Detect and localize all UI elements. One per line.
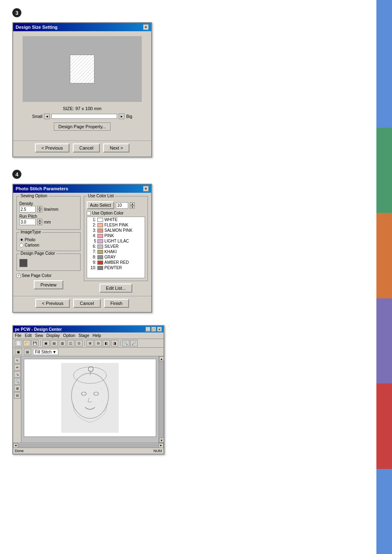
slider-left-arrow[interactable]: ◄ — [44, 113, 50, 119]
color-list-item[interactable]: 2: FLESH PINK — [87, 222, 145, 228]
photo-stitch-cancel-button[interactable]: Cancel — [73, 299, 100, 308]
sw-scroll-down-button[interactable]: ▼ — [159, 438, 164, 443]
left-tool-btn1[interactable]: ↖ — [14, 357, 21, 364]
color-list-item[interactable]: 6: SILVER — [87, 244, 145, 249]
right-tab-3[interactable] — [376, 85, 392, 128]
left-tool-btn3[interactable]: ↘ — [14, 371, 21, 378]
use-option-color-checkbox[interactable] — [87, 211, 91, 215]
fill-stitch-dropdown[interactable]: Fill Stitch ▼ — [33, 349, 58, 355]
toolbar-btn9[interactable]: ◨ — [111, 340, 118, 346]
right-tab-5[interactable] — [376, 171, 392, 213]
density-spinbox[interactable]: 2.5 — [19, 206, 36, 212]
sw-minimize-button[interactable]: _ — [145, 327, 150, 332]
right-tab-12[interactable] — [376, 469, 392, 512]
left-tool-btn4[interactable]: 🔍 — [14, 378, 21, 385]
menu-help[interactable]: Help — [92, 333, 101, 338]
toolbar-open-button[interactable]: 📂 — [23, 340, 30, 346]
right-tab-13[interactable] — [376, 511, 392, 554]
secondary-toolbar-btn1[interactable]: ▣ — [15, 349, 22, 355]
cartoon-radio-dot[interactable] — [19, 243, 23, 247]
design-size-next-button[interactable]: Next > — [103, 143, 129, 152]
menu-display[interactable]: Display — [46, 333, 60, 338]
menu-edit[interactable]: Edit — [25, 333, 32, 338]
toolbar-btn11[interactable]: 🔎 — [130, 340, 138, 346]
page-color-swatch[interactable] — [19, 259, 28, 267]
photo-stitch-finish-button[interactable]: Finish — [104, 299, 129, 308]
toolbar-btn5[interactable]: ⊡ — [75, 340, 83, 346]
slider-track[interactable] — [51, 114, 117, 119]
sw-scroll-up-button[interactable]: ▲ — [159, 356, 164, 361]
right-tab-10[interactable] — [376, 383, 392, 426]
toolbar-new-button[interactable]: 📄 — [15, 340, 22, 346]
sw-scroll-track-bottom[interactable] — [18, 443, 159, 448]
run-pitch-spinbox[interactable]: 3.0 — [19, 219, 36, 225]
sw-scroll-left-button[interactable]: ◄ — [13, 443, 18, 448]
sw-right-scrollbar[interactable]: ▲ ▼ — [159, 356, 164, 443]
right-tab-1[interactable] — [376, 0, 392, 43]
toolbar-btn7[interactable]: ⊟ — [95, 340, 102, 346]
secondary-toolbar-btn2[interactable]: ▤ — [24, 349, 31, 355]
run-pitch-down-arrow[interactable]: ▼ — [37, 222, 42, 225]
right-tab-4[interactable] — [376, 128, 392, 171]
color-list-item[interactable]: 3: SALMON PINK — [87, 228, 145, 233]
left-tool-btn2[interactable]: ✏ — [14, 364, 21, 371]
design-size-previous-button[interactable]: < Previous — [35, 143, 69, 152]
right-tab-7[interactable] — [376, 256, 392, 298]
use-option-color-row[interactable]: Use Option Color — [87, 211, 145, 215]
right-tab-2[interactable] — [376, 43, 392, 85]
auto-select-spinbox[interactable]: 10 — [116, 202, 128, 209]
sw-scroll-right-button[interactable]: ► — [159, 443, 164, 448]
slider-row: Small ◄ ► Big — [18, 113, 146, 119]
color-list-item[interactable]: 7: KHAKI — [87, 249, 145, 254]
color-list-item[interactable]: 10: PEWTER — [87, 265, 145, 270]
auto-select-up-arrow[interactable]: ▲ — [130, 202, 135, 205]
preview-button[interactable]: Preview — [34, 280, 63, 289]
menu-stage[interactable]: Stage — [78, 333, 89, 338]
sw-close-button[interactable]: × — [157, 327, 162, 332]
density-down-arrow[interactable]: ▼ — [37, 209, 42, 212]
auto-select-button[interactable]: Auto Select — [87, 201, 114, 209]
toolbar-save-button[interactable]: 💾 — [31, 340, 39, 346]
design-size-cancel-button[interactable]: Cancel — [73, 143, 100, 152]
toolbar-btn10[interactable]: 🔍 — [122, 340, 129, 346]
right-tab-11[interactable] — [376, 426, 392, 469]
sw-restore-button[interactable]: □ — [151, 327, 156, 332]
toolbar-btn6[interactable]: ⊞ — [86, 340, 94, 346]
photo-stitch-close-button[interactable]: × — [143, 186, 149, 192]
cartoon-radio[interactable]: Cartoon — [19, 243, 78, 247]
photo-stitch-previous-button[interactable]: < Previous — [35, 299, 70, 308]
toolbar-btn2[interactable]: ▤ — [51, 340, 58, 346]
toolbar-btn3[interactable]: ▥ — [59, 340, 66, 346]
photo-radio[interactable]: Photo — [19, 238, 78, 242]
right-tab-9[interactable] — [376, 341, 392, 384]
left-tool-btn5[interactable]: ⊞ — [14, 385, 21, 392]
toolbar-btn1[interactable]: ▣ — [42, 340, 50, 346]
sw-bottom-scrollbar[interactable]: ◄ ► — [13, 443, 164, 448]
sew-page-color-checkbox[interactable]: ✓ — [16, 274, 21, 278]
menu-file[interactable]: File — [15, 333, 21, 338]
menu-sew[interactable]: Sew — [35, 333, 43, 338]
color-list[interactable]: 1: WHITE 2: FLESH PINK 3: SALMON PINK 4:… — [87, 217, 145, 278]
menu-option[interactable]: Option — [63, 333, 75, 338]
color-list-item[interactable]: 4: PINK — [87, 233, 145, 238]
left-tool-btn6[interactable]: ⊟ — [14, 392, 21, 399]
run-pitch-up-arrow[interactable]: ▲ — [37, 219, 42, 222]
edit-list-button[interactable]: Edit List... — [99, 284, 132, 293]
density-up-arrow[interactable]: ▲ — [37, 206, 42, 209]
run-pitch-label: Run Pitch — [19, 214, 78, 219]
right-tab-8[interactable] — [376, 298, 392, 341]
color-list-item[interactable]: 1: WHITE — [87, 217, 145, 222]
photo-radio-dot[interactable] — [19, 238, 23, 242]
slider-right-arrow[interactable]: ► — [119, 113, 125, 119]
toolbar-btn4[interactable]: ◫ — [67, 340, 74, 346]
auto-select-down-arrow[interactable]: ▼ — [130, 205, 135, 209]
color-list-item[interactable]: 8: GRAY — [87, 254, 145, 260]
sw-scroll-track-right[interactable] — [159, 361, 164, 438]
toolbar-btn8[interactable]: ◧ — [103, 340, 110, 346]
right-tab-6[interactable] — [376, 213, 392, 256]
color-list-item[interactable]: 9: AMBER RED — [87, 260, 145, 265]
design-page-property-button[interactable]: Design Page Property... — [54, 122, 111, 131]
color-list-item[interactable]: 5 LIGHT LILAC — [87, 238, 145, 244]
design-size-close-button[interactable]: × — [143, 24, 149, 30]
sew-page-color-checkbox-row[interactable]: ✓ Sew Page Color — [16, 273, 81, 278]
